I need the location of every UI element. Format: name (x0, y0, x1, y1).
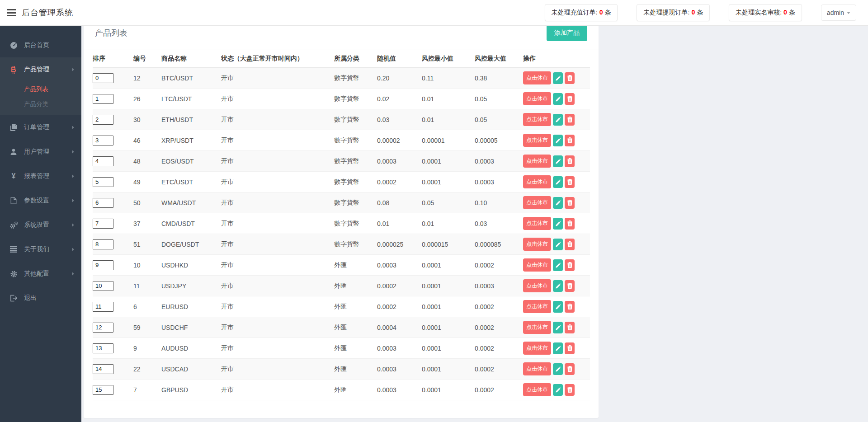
admin-dropdown[interactable]: admin (821, 5, 856, 21)
product-status: 开市 (221, 130, 334, 151)
sort-order-input[interactable] (93, 239, 113, 249)
sidebar-subitem-product-list[interactable]: 产品列表 (0, 82, 81, 97)
sidebar-item-orders[interactable]: 订单管理 (0, 115, 81, 140)
close-market-button[interactable]: 点击休市 (523, 383, 551, 396)
edit-button[interactable] (553, 176, 563, 188)
sidebar-item-params[interactable]: 参数设置 (0, 188, 81, 213)
sort-order-input[interactable] (93, 343, 113, 353)
edit-button[interactable] (553, 363, 563, 375)
edit-button[interactable] (553, 280, 563, 292)
table-row: 49ETC/USDT开市數字貨幣0.00020.00010.0003点击休市 (93, 172, 590, 192)
close-market-button[interactable]: 点击休市 (523, 92, 551, 105)
delete-button[interactable] (565, 155, 575, 167)
edit-button[interactable] (553, 135, 563, 146)
close-market-button[interactable]: 点击休市 (523, 196, 551, 209)
sort-order-input[interactable] (93, 156, 113, 166)
close-market-button[interactable]: 点击休市 (523, 113, 551, 126)
sort-order-input[interactable] (93, 219, 113, 229)
delete-button[interactable] (565, 342, 575, 354)
sidebar-item-reports[interactable]: ¥报表管理 (0, 164, 81, 188)
product-category: 外匯 (334, 359, 377, 380)
row-actions: 点击休市 (523, 321, 587, 334)
close-market-button[interactable]: 点击休市 (523, 134, 551, 147)
sort-order-input[interactable] (93, 115, 113, 125)
edit-button[interactable] (553, 239, 563, 250)
sort-order-input[interactable] (93, 323, 113, 333)
sidebar-item-dashboard[interactable]: 后台首页 (0, 33, 81, 57)
edit-button[interactable] (553, 342, 563, 354)
close-market-button[interactable]: 点击休市 (523, 321, 551, 334)
sort-order-input[interactable] (93, 302, 113, 312)
close-market-button[interactable]: 点击休市 (523, 217, 551, 230)
delete-button[interactable] (565, 218, 575, 230)
delete-button[interactable] (565, 176, 575, 188)
sidebar-item-products[interactable]: 产品管理 (0, 57, 81, 82)
close-market-button[interactable]: 点击休市 (523, 342, 551, 355)
sidebar-item-logout[interactable]: 退出 (0, 286, 81, 310)
random-value: 0.0002 (377, 296, 422, 317)
sidebar-item-users[interactable]: 用户管理 (0, 140, 81, 164)
delete-button[interactable] (565, 384, 575, 396)
edit-button[interactable] (553, 114, 563, 126)
column-header: 编号 (133, 50, 161, 68)
close-market-button[interactable]: 点击休市 (523, 155, 551, 168)
product-status: 开市 (221, 213, 334, 234)
edit-button[interactable] (553, 218, 563, 230)
delete-button[interactable] (565, 363, 575, 375)
delete-button[interactable] (565, 72, 575, 84)
delete-button[interactable] (565, 239, 575, 250)
close-market-button[interactable]: 点击休市 (523, 300, 551, 313)
delete-button[interactable] (565, 135, 575, 146)
delete-button[interactable] (565, 197, 575, 209)
pending-withdraw-orders-badge[interactable]: 未处理提现订单:0条 (637, 4, 710, 21)
sort-order-input[interactable] (93, 281, 113, 291)
sidebar-group-other: 其他配置 (0, 262, 81, 286)
delete-button[interactable] (565, 93, 575, 105)
sidebar-item-system[interactable]: 系统设置 (0, 213, 81, 237)
add-product-button[interactable]: 添加产品 (547, 25, 587, 41)
sort-order-input[interactable] (93, 198, 113, 208)
sort-order-input[interactable] (93, 136, 113, 145)
close-market-button[interactable]: 点击休市 (523, 362, 551, 375)
pending-recharge-orders-badge[interactable]: 未处理充值订单:0条 (545, 4, 618, 21)
close-market-button[interactable]: 点击休市 (523, 238, 551, 251)
product-table: 排序编号商品名称状态（大盘正常开市时间内）所属分类随机值风控最小值风控最大值操作… (93, 50, 590, 400)
sidebar-item-about[interactable]: 关于我们 (0, 237, 81, 262)
hamburger-menu-icon[interactable] (7, 8, 16, 18)
random-value: 0.0002 (377, 172, 422, 192)
delete-button[interactable] (565, 322, 575, 333)
sidebar-item-label: 其他配置 (24, 270, 49, 278)
delete-button[interactable] (565, 114, 575, 126)
sort-order-input[interactable] (93, 364, 113, 374)
product-name: GBPUSD (161, 380, 221, 400)
table-row: 12BTC/USDT开市數字貨幣0.200.110.38点击休市 (93, 68, 590, 89)
product-id: 50 (133, 192, 161, 213)
sidebar-item-other[interactable]: 其他配置 (0, 262, 81, 286)
delete-button[interactable] (565, 280, 575, 292)
sort-order-input[interactable] (93, 385, 113, 395)
close-market-button[interactable]: 点击休市 (523, 71, 551, 84)
sidebar-subitem-product-category[interactable]: 产品分类 (0, 97, 81, 112)
sort-order-input[interactable] (93, 73, 113, 83)
sort-order-input[interactable] (93, 260, 113, 270)
row-actions: 点击休市 (523, 217, 587, 230)
product-status: 开市 (221, 109, 334, 130)
edit-button[interactable] (553, 93, 563, 105)
edit-button[interactable] (553, 197, 563, 209)
edit-button[interactable] (553, 155, 563, 167)
close-market-button[interactable]: 点击休市 (523, 279, 551, 292)
sort-order-input[interactable] (93, 177, 113, 187)
edit-button[interactable] (553, 259, 563, 271)
delete-button[interactable] (565, 301, 575, 313)
chevron-right-icon (72, 223, 74, 227)
close-market-button[interactable]: 点击休市 (523, 175, 551, 188)
close-market-button[interactable]: 点击休市 (523, 258, 551, 272)
edit-button[interactable] (553, 384, 563, 396)
edit-button[interactable] (553, 301, 563, 313)
pending-kyc-audits-badge[interactable]: 未处理实名审核:0条 (729, 4, 802, 21)
sort-order-input[interactable] (93, 94, 113, 104)
delete-button[interactable] (565, 259, 575, 271)
product-name: USDCAD (161, 359, 221, 380)
edit-button[interactable] (553, 72, 563, 84)
edit-button[interactable] (553, 322, 563, 333)
